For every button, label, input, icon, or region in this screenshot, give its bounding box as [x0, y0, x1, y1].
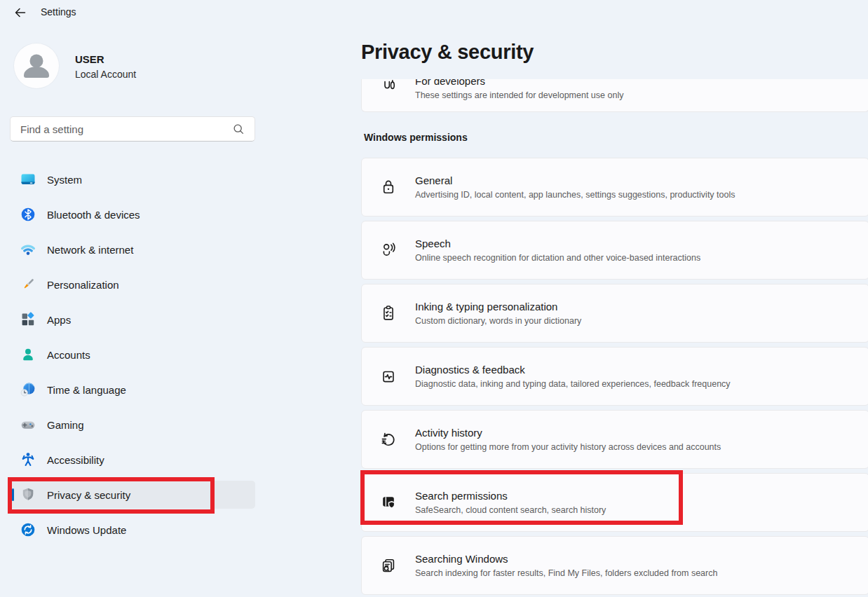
section-header: Windows permissions	[364, 132, 468, 143]
settings-row-for-developers[interactable]: For developers These settings are intend…	[361, 79, 868, 112]
sidebar-nav: SystemBluetooth & devicesNetwork & inter…	[10, 165, 255, 551]
sidebar-item-privacy-security[interactable]: Privacy & security	[10, 481, 255, 509]
sidebar-item-personalization[interactable]: Personalization	[10, 270, 255, 298]
user-name: USER	[75, 53, 104, 65]
settings-row-inking-typing-personalization[interactable]: Inking & typing personalizationCustom di…	[361, 284, 868, 343]
windows-update-icon	[20, 522, 36, 537]
sidebar-item-windows-update[interactable]: Windows Update	[10, 516, 255, 544]
settings-row-searching-windows[interactable]: Searching WindowsSearch indexing for fas…	[361, 536, 868, 595]
row-title: Speech	[415, 238, 700, 249]
time-language-icon	[20, 382, 36, 397]
search-icon	[231, 123, 246, 136]
row-text: Diagnostics & feedbackDiagnostic data, i…	[415, 364, 731, 389]
accounts-icon	[20, 347, 36, 362]
row-description: Options for getting more from your activ…	[415, 442, 721, 452]
general-lock-icon	[362, 178, 415, 196]
sidebar-item-gaming[interactable]: Gaming	[10, 411, 255, 439]
row-text: Search permissionsSafeSearch, cloud cont…	[415, 490, 606, 515]
sidebar-item-accounts[interactable]: Accounts	[10, 341, 255, 369]
page-title: Privacy & security	[361, 41, 534, 64]
row-description: Advertising ID, local content, app launc…	[415, 190, 735, 200]
sidebar-item-label: Accessibility	[47, 454, 104, 466]
row-title: Searching Windows	[415, 553, 717, 565]
search-box	[10, 116, 255, 142]
sidebar-item-apps[interactable]: Apps	[10, 306, 255, 334]
personalization-icon	[20, 277, 36, 292]
row-title: Search permissions	[415, 490, 606, 502]
row-text: SpeechOnline speech recognition for dict…	[415, 238, 700, 263]
settings-scroll-area: For developers These settings are intend…	[351, 79, 868, 597]
row-description: Online speech recognition for dictation …	[415, 253, 700, 263]
sidebar-item-label: Apps	[47, 314, 71, 326]
row-title: For developers	[415, 79, 623, 87]
row-title: Activity history	[415, 427, 721, 439]
diagnostics-feedback-icon	[362, 367, 415, 385]
person-icon	[14, 43, 59, 88]
network-icon	[20, 242, 36, 257]
app-title: Settings	[41, 6, 76, 18]
row-description: SafeSearch, cloud content search, search…	[415, 505, 606, 515]
sidebar-item-bluetooth-devices[interactable]: Bluetooth & devices	[10, 200, 255, 228]
sidebar-item-label: Windows Update	[47, 524, 126, 536]
sidebar-item-time-language[interactable]: Time & language	[10, 376, 255, 404]
row-description: These settings are intended for developm…	[415, 90, 623, 100]
bluetooth-icon	[20, 207, 36, 222]
searching-windows-icon	[362, 556, 415, 575]
settings-row-activity-history[interactable]: Activity historyOptions for getting more…	[361, 410, 868, 469]
sidebar-item-accessibility[interactable]: Accessibility	[10, 446, 255, 474]
gaming-icon	[20, 417, 36, 432]
row-text: Searching WindowsSearch indexing for fas…	[415, 553, 717, 578]
search-permissions-icon	[362, 493, 415, 512]
inking-typing-icon	[362, 304, 415, 322]
row-title: General	[415, 174, 735, 186]
sidebar-item-label: Network & internet	[47, 244, 133, 256]
row-text: Activity historyOptions for getting more…	[415, 427, 721, 452]
settings-row-search-permissions[interactable]: Search permissionsSafeSearch, cloud cont…	[361, 473, 868, 532]
sidebar-item-label: Gaming	[47, 419, 84, 431]
sidebar-item-label: Accounts	[47, 349, 90, 361]
row-description: Custom dictionary, words in your diction…	[415, 316, 581, 326]
for-developers-icon	[362, 79, 415, 97]
search-input[interactable]	[11, 123, 231, 135]
back-arrow-icon	[13, 6, 27, 20]
sidebar-item-network-internet[interactable]: Network & internet	[10, 235, 255, 263]
sidebar-item-label: Privacy & security	[47, 489, 130, 501]
accessibility-icon	[20, 452, 36, 467]
row-title: Inking & typing personalization	[415, 301, 581, 313]
apps-icon	[20, 312, 36, 327]
settings-row-speech[interactable]: SpeechOnline speech recognition for dict…	[361, 221, 868, 280]
activity-history-icon	[362, 430, 415, 448]
avatar[interactable]	[14, 43, 59, 88]
sidebar-item-label: Time & language	[47, 384, 126, 396]
privacy-security-icon	[20, 487, 36, 502]
back-button[interactable]	[10, 4, 31, 21]
sidebar-item-label: Personalization	[47, 279, 119, 291]
row-text: Inking & typing personalizationCustom di…	[415, 301, 581, 326]
sidebar-item-label: Bluetooth & devices	[47, 209, 140, 221]
row-text: GeneralAdvertising ID, local content, ap…	[415, 174, 735, 200]
sidebar-item-label: System	[47, 174, 82, 186]
selected-accent-pill	[12, 488, 14, 501]
system-icon	[20, 172, 36, 187]
sidebar-item-system[interactable]: System	[10, 165, 255, 193]
row-description: Search indexing for faster results, Find…	[415, 568, 717, 578]
row-title: Diagnostics & feedback	[415, 364, 731, 376]
user-account-type: Local Account	[75, 69, 136, 80]
row-description: Diagnostic data, inking and typing data,…	[415, 379, 731, 389]
speech-icon	[362, 241, 415, 259]
settings-row-diagnostics-feedback[interactable]: Diagnostics & feedbackDiagnostic data, i…	[361, 347, 868, 406]
settings-row-general[interactable]: GeneralAdvertising ID, local content, ap…	[361, 158, 868, 217]
